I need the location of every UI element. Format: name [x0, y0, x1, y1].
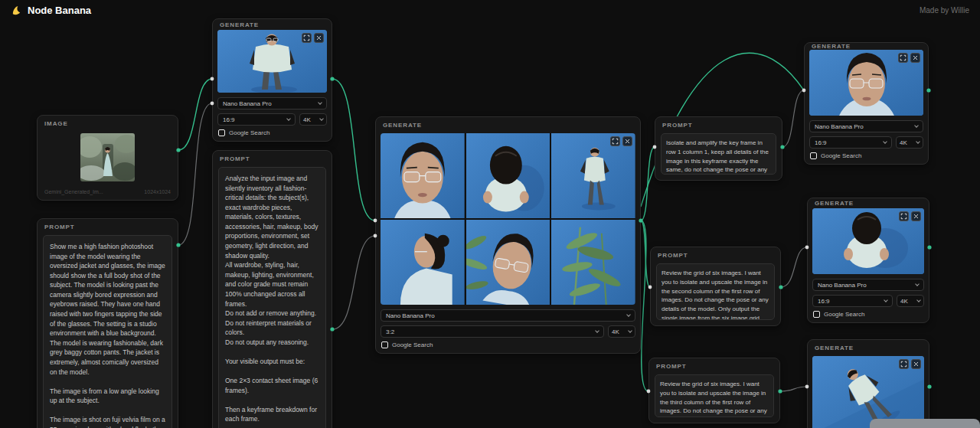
app-brand: Node Banana: [11, 5, 91, 16]
node-type-label: PROMPT: [655, 117, 782, 133]
google-search-label: Google Search: [392, 341, 433, 348]
google-search-checkbox[interactable]: [810, 152, 817, 159]
resolution-value: 4K: [900, 298, 908, 305]
edge: [332, 236, 375, 329]
google-search-label: Google Search: [824, 311, 864, 318]
grid-frame-2: [466, 133, 550, 218]
node-prompt-contact-sheet[interactable]: PROMPT Analyze the input image and silen…: [212, 150, 332, 428]
close-icon: [624, 138, 631, 145]
model-select[interactable]: Nano Banana Pro: [809, 120, 923, 132]
node-prompt-isolate-r1c1[interactable]: PROMPT Isolate and amplify the key frame…: [655, 116, 782, 181]
expand-image-button[interactable]: [610, 136, 620, 146]
resolution-select[interactable]: 4K: [299, 113, 327, 126]
input-image-thumbnail[interactable]: [80, 133, 135, 181]
aspect-ratio-select[interactable]: 16:9: [217, 113, 296, 126]
grid-frame-5: [466, 220, 550, 305]
node-prompt-isolate-r1c3[interactable]: PROMPT Review the grid of six images. I …: [648, 358, 780, 423]
expand-icon: [303, 34, 310, 41]
google-search-checkbox[interactable]: [813, 311, 820, 318]
chevron-down-icon: [595, 328, 599, 333]
resolution-select[interactable]: 4K: [608, 325, 635, 338]
app-header: Node Banana Made by Willie: [0, 0, 980, 20]
node-generate-grid[interactable]: GENERATE: [375, 116, 641, 354]
chevron-down-icon: [883, 139, 887, 144]
google-search-checkbox[interactable]: [381, 341, 388, 348]
prompt-text-area[interactable]: Isolate and amplify the key frame in row…: [661, 133, 776, 175]
app-title: Node Banana: [28, 5, 91, 16]
chevron-down-icon: [916, 298, 921, 302]
generated-image: [809, 50, 923, 116]
edge: [178, 103, 212, 245]
node-type-label: GENERATE: [213, 19, 332, 30]
model-select-value: Nano Banana Pro: [818, 282, 867, 289]
expand-image-button[interactable]: [899, 359, 909, 369]
google-search-label: Google Search: [229, 129, 270, 136]
chevron-down-icon: [626, 312, 631, 317]
edge: [782, 90, 804, 147]
aspect-ratio-select[interactable]: 16:9: [809, 136, 892, 149]
grid-frame-6: [551, 220, 635, 305]
clear-image-button[interactable]: [314, 33, 324, 43]
edge: [332, 79, 375, 221]
node-type-label: PROMPT: [38, 219, 178, 235]
clear-image-button[interactable]: [911, 359, 921, 369]
aspect-ratio-select[interactable]: 3:2: [381, 325, 604, 338]
grid-frame-4: [381, 220, 465, 305]
node-type-label: GENERATE: [376, 117, 640, 133]
edge: [641, 221, 648, 391]
prompt-text-area[interactable]: Show me a high fashion photoshoot image …: [43, 235, 172, 428]
node-generate-r1c1[interactable]: GENERATE Nano Banana Pro 16:9: [804, 42, 929, 165]
expand-image-button[interactable]: [302, 33, 312, 43]
aspect-ratio-select[interactable]: 16:9: [812, 295, 893, 307]
clear-image-button[interactable]: [911, 211, 921, 221]
expand-icon: [900, 54, 906, 61]
model-select-value: Nano Banana Pro: [815, 123, 864, 130]
resolution-value: 4K: [303, 116, 311, 123]
credit-text: Made by Willie: [920, 6, 969, 15]
image-dimensions: 1024x1024: [144, 189, 171, 194]
chevron-down-icon: [319, 116, 324, 121]
chevron-down-icon: [318, 100, 322, 105]
expand-image-button[interactable]: [898, 53, 908, 63]
resolution-select[interactable]: 4K: [897, 295, 924, 307]
prompt-text-area[interactable]: Analyze the input image and silently inv…: [218, 167, 326, 428]
grid-frame-1: [381, 133, 465, 218]
generated-image: [217, 30, 327, 93]
node-type-label: PROMPT: [213, 151, 332, 167]
expand-icon: [900, 361, 907, 368]
edge: [178, 79, 212, 150]
bottom-toolbar[interactable]: [870, 419, 980, 428]
node-generate-r1c3[interactable]: GENERATE: [807, 339, 929, 428]
chevron-down-icon: [286, 116, 291, 121]
node-type-label: GENERATE: [808, 340, 929, 356]
expand-icon: [612, 138, 619, 145]
node-generate-hero[interactable]: GENERATE Nano Banana Pro: [212, 18, 332, 142]
edge: [641, 147, 655, 221]
resolution-select[interactable]: 4K: [896, 136, 923, 149]
google-search-label: Google Search: [821, 152, 861, 159]
model-select[interactable]: Nano Banana Pro: [217, 97, 327, 109]
model-select[interactable]: Nano Banana Pro: [381, 309, 635, 322]
model-select-value: Nano Banana Pro: [223, 100, 272, 107]
chevron-down-icon: [915, 282, 920, 286]
prompt-text-area[interactable]: Review the grid of six images. I want yo…: [656, 263, 775, 320]
model-select-value: Nano Banana Pro: [386, 312, 435, 319]
model-select[interactable]: Nano Banana Pro: [812, 279, 924, 291]
node-type-label: IMAGE: [38, 116, 178, 132]
node-type-label: PROMPT: [649, 358, 779, 374]
aspect-ratio-value: 16:9: [818, 298, 830, 305]
node-image-input[interactable]: IMAGE Gemini_Generated_Im... 1024x1024: [37, 115, 178, 201]
clear-image-button[interactable]: [622, 136, 632, 146]
clear-image-button[interactable]: [910, 53, 920, 63]
node-type-label: GENERATE: [808, 198, 929, 208]
prompt-text-area[interactable]: Review the grid of six images. I want yo…: [655, 374, 774, 417]
banana-icon: [11, 5, 22, 16]
node-generate-r1c2[interactable]: GENERATE Nano Banana Pro 16:9 4K Google …: [807, 198, 929, 323]
expand-image-button[interactable]: [899, 211, 909, 221]
aspect-ratio-value: 16:9: [815, 139, 827, 146]
node-prompt-isolate-r1c2[interactable]: PROMPT Review the grid of six images. I …: [650, 247, 781, 326]
node-canvas[interactable]: Node Banana Made by Willie IMAGE: [0, 0, 980, 428]
google-search-checkbox[interactable]: [218, 129, 225, 136]
node-prompt-main[interactable]: PROMPT Show me a high fashion photoshoot…: [37, 218, 178, 428]
generated-image: [812, 356, 924, 428]
